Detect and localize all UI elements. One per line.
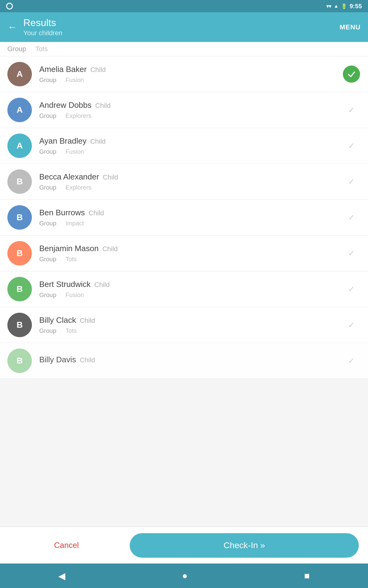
child-type: Child [90,66,106,74]
avatar: A [7,134,32,158]
item-info: Billy ClackChildGroupTots [39,315,342,334]
clock: 9:55 [350,3,362,10]
unselected-check: ✓ [348,320,355,330]
child-name: Bert Strudwick [39,280,91,289]
check-icon[interactable]: ✓ [342,172,361,191]
nav-square-icon[interactable]: ■ [304,571,310,581]
meta-label: Group [39,327,56,334]
meta-value: Fusion [66,77,84,84]
meta-value: Tots [66,256,77,263]
header-title-block: Results Your children [23,17,63,37]
avatar: B [7,349,32,373]
meta-label: Group [39,148,56,155]
check-icon[interactable]: ✓ [342,137,361,155]
unselected-check: ✓ [348,285,355,294]
meta-value: Fusion [66,292,84,299]
meta-label: Group [39,292,56,299]
meta-value: Explorers [66,184,91,191]
menu-button[interactable]: MENU [339,23,361,31]
avatar: B [7,241,32,266]
item-info: Benjamin MasonChildGroupTots [39,244,342,263]
selected-check-circle [343,66,360,83]
check-icon[interactable]: ✓ [342,316,361,334]
page-title: Results [23,17,63,28]
item-info: Bert StrudwickChildGroupFusion [39,280,342,299]
children-list: Group Tots AAmelia BakerChildGroupFusion… [0,42,368,527]
meta-label: Group [39,256,56,263]
meta-value: Explorers [66,112,91,119]
avatar: B [7,313,32,337]
meta-value: Impact [66,220,84,227]
child-name: Amelia Baker [39,65,87,74]
unselected-check: ✓ [348,105,355,115]
child-type: Child [80,317,95,325]
child-name: Ayan Bradley [39,136,86,146]
avatar: A [7,62,32,86]
signal-icon: ▲ [334,3,339,9]
list-item[interactable]: BBecca AlexanderChildGroupExplorers✓ [0,164,368,200]
check-icon[interactable]: ✓ [342,280,361,298]
child-type: Child [94,281,110,289]
child-type: Child [102,245,118,253]
partial-top-item: Group Tots [0,42,368,56]
list-item[interactable]: BBilly ClackChildGroupTots✓ [0,307,368,343]
list-item[interactable]: AAyan BradleyChildGroupFusion✓ [0,128,368,164]
wifi-icon: ▾▾ [326,3,331,9]
avatar: B [7,277,32,301]
child-name: Ben Burrows [39,208,85,217]
item-info: Andrew DobbsChildGroupExplorers [39,100,342,119]
status-bar: ▾▾ ▲ 🔋 9:55 [0,0,368,12]
check-icon[interactable]: ✓ [342,101,361,119]
avatar: B [7,205,32,230]
unselected-check: ✓ [348,249,355,258]
check-icon[interactable] [342,65,361,83]
checkin-button[interactable]: Check-In » [130,533,359,558]
avatar: A [7,98,32,122]
nav-back-icon[interactable]: ◀ [58,571,65,581]
unselected-check: ✓ [348,141,355,151]
list-item[interactable]: BBenjamin MasonChildGroupTots✓ [0,236,368,271]
check-icon[interactable]: ✓ [342,244,361,262]
child-type: Child [89,209,104,217]
bottom-action-bar: Cancel Check-In » [0,527,368,564]
page-subtitle: Your children [23,29,63,37]
list-item[interactable]: BBilly DavisChild✓ [0,343,368,379]
battery-icon: 🔋 [341,3,347,9]
back-button[interactable]: ← [7,21,17,33]
cancel-button[interactable]: Cancel [9,541,124,550]
children-list-body: AAmelia BakerChildGroupFusionAAndrew Dob… [0,56,368,379]
list-item[interactable]: AAmelia BakerChildGroupFusion [0,56,368,92]
item-info: Ayan BradleyChildGroupFusion [39,136,342,155]
status-circle-icon [6,3,13,9]
check-icon[interactable]: ✓ [342,352,361,370]
meta-label: Group [39,184,56,191]
status-right: ▾▾ ▲ 🔋 9:55 [326,3,362,10]
meta-value: Tots [66,327,77,334]
child-type: Child [90,138,105,145]
child-type: Child [103,173,118,181]
list-item[interactable]: BBen BurrowsChildGroupImpact✓ [0,200,368,236]
child-name: Billy Davis [39,355,76,364]
unselected-check: ✓ [348,177,355,187]
child-name: Billy Clack [39,315,76,325]
child-name: Becca Alexander [39,172,99,182]
child-name: Benjamin Mason [39,244,99,253]
check-icon[interactable]: ✓ [342,208,361,227]
item-info: Ben BurrowsChildGroupImpact [39,208,342,227]
meta-label: Group [39,220,56,227]
list-item[interactable]: AAndrew DobbsChildGroupExplorers✓ [0,92,368,128]
partial-meta-label: Group [7,45,26,53]
header: ← Results Your children MENU [0,12,368,42]
child-name: Andrew Dobbs [39,100,92,110]
unselected-check: ✓ [348,213,355,222]
avatar: B [7,169,32,194]
nav-home-icon[interactable]: ● [182,571,187,581]
list-item[interactable]: BBert StrudwickChildGroupFusion✓ [0,271,368,307]
meta-label: Group [39,112,56,119]
item-info: Becca AlexanderChildGroupExplorers [39,172,342,191]
item-info: Billy DavisChild [39,355,342,367]
child-type: Child [95,102,111,110]
child-type: Child [80,356,95,364]
meta-value: Fusion [66,148,84,155]
unselected-check: ✓ [348,356,355,366]
